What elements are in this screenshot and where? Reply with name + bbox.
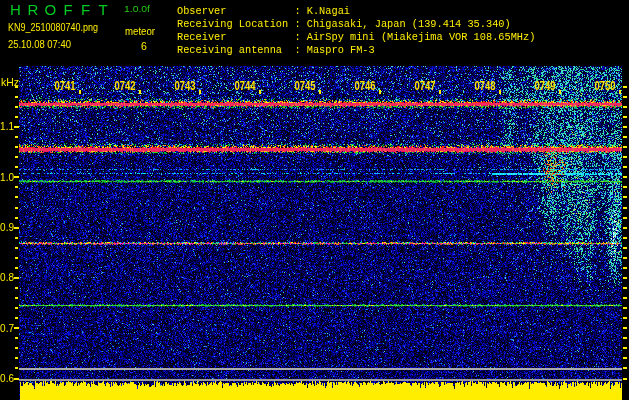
svg-text:0.7: 0.7 bbox=[0, 323, 14, 334]
svg-text:0746: 0746 bbox=[355, 79, 376, 93]
svg-text:6: 6 bbox=[141, 40, 147, 52]
svg-text:0750: 0750 bbox=[595, 79, 616, 93]
svg-text:0.8: 0.8 bbox=[0, 272, 14, 283]
svg-text:0741: 0741 bbox=[55, 79, 76, 93]
svg-text:meteor: meteor bbox=[125, 25, 155, 37]
svg-text:T: T bbox=[99, 1, 108, 18]
svg-text:F: F bbox=[81, 1, 90, 18]
svg-text:0744: 0744 bbox=[235, 79, 256, 93]
svg-text:KN9_2510080740.png: KN9_2510080740.png bbox=[8, 22, 98, 33]
svg-text:0745: 0745 bbox=[295, 79, 316, 93]
svg-text:1.0.0f: 1.0.0f bbox=[124, 3, 150, 14]
svg-text:F: F bbox=[64, 1, 73, 18]
svg-text:Receiver : AirSpy mi: Receiver : AirSpy mini (Miakejima VOR 10… bbox=[177, 31, 535, 43]
svg-text:1.1: 1.1 bbox=[0, 121, 14, 132]
svg-text:R: R bbox=[28, 1, 39, 18]
svg-text:0748: 0748 bbox=[475, 79, 496, 93]
svg-text:0.9: 0.9 bbox=[0, 222, 14, 233]
svg-text:Receiving antenna : Maspro FM: Receiving antenna : Maspro FM-3 bbox=[177, 44, 375, 56]
svg-text:1.0: 1.0 bbox=[0, 172, 14, 183]
svg-text:0743: 0743 bbox=[175, 79, 196, 93]
svg-text:kHz: kHz bbox=[1, 76, 19, 88]
svg-text:Observer : K.Nagai: Observer : K.Nagai bbox=[177, 5, 350, 17]
svg-text:0749: 0749 bbox=[535, 79, 556, 93]
svg-text:0.6: 0.6 bbox=[0, 373, 14, 384]
svg-text:Receiving Location : Chigasaki: Receiving Location : Chigasaki, Japan (1… bbox=[177, 18, 511, 30]
svg-text:0742: 0742 bbox=[115, 79, 136, 93]
svg-text:H: H bbox=[10, 1, 21, 18]
svg-text:O: O bbox=[45, 1, 57, 18]
svg-text:0747: 0747 bbox=[415, 79, 436, 93]
svg-text:25.10.08 07:40: 25.10.08 07:40 bbox=[8, 39, 71, 50]
